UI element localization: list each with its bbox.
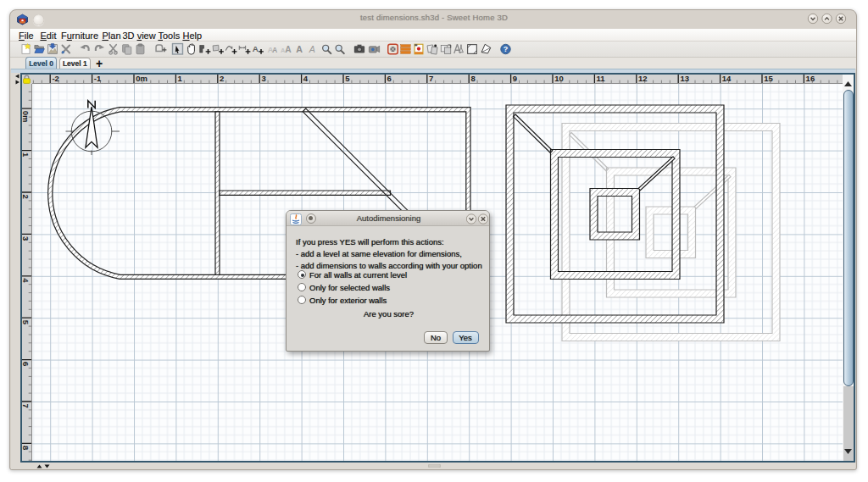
svg-text:6: 6 <box>22 362 31 366</box>
svg-text:A: A <box>296 44 303 54</box>
svg-text:1: 1 <box>22 152 31 158</box>
svg-text:12: 12 <box>638 75 648 83</box>
svg-text:9: 9 <box>512 75 516 83</box>
svg-text:A: A <box>285 45 292 54</box>
svg-text:3: 3 <box>261 75 265 83</box>
svg-text:0m: 0m <box>136 75 147 83</box>
svg-text:10: 10 <box>554 75 564 83</box>
svg-text:14: 14 <box>721 75 731 83</box>
svg-text:1: 1 <box>177 75 182 83</box>
svg-text:13: 13 <box>680 75 689 83</box>
svg-text:-1: -1 <box>93 75 101 83</box>
svg-text:6: 6 <box>387 75 391 83</box>
svg-text:8: 8 <box>470 75 475 83</box>
svg-text:0m: 0m <box>22 110 31 122</box>
svg-text:A: A <box>309 44 315 54</box>
svg-text:A: A <box>253 43 259 53</box>
svg-text:5: 5 <box>22 319 31 324</box>
svg-text:-2: -2 <box>52 75 58 83</box>
svg-text:7: 7 <box>22 403 31 407</box>
svg-text:16: 16 <box>805 75 815 83</box>
svg-text:11: 11 <box>596 75 605 83</box>
svg-text:4: 4 <box>22 278 31 283</box>
svg-text:3: 3 <box>22 235 31 240</box>
svg-text:8: 8 <box>22 445 31 449</box>
svg-text:A: A <box>272 47 277 54</box>
svg-text:7: 7 <box>429 75 433 83</box>
svg-text:?: ? <box>504 45 509 53</box>
svg-text:15: 15 <box>764 75 773 83</box>
svg-text:4: 4 <box>303 75 308 83</box>
svg-text:2: 2 <box>22 194 31 198</box>
svg-text:2: 2 <box>220 75 224 83</box>
svg-text:5: 5 <box>345 75 350 83</box>
